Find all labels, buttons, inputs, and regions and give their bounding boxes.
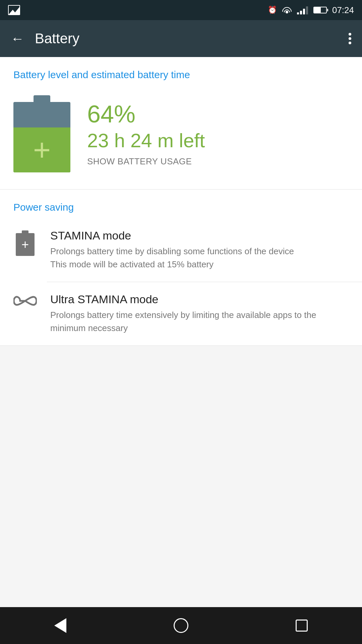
alarm-icon: ⏰ [268,6,277,14]
wifi-icon [282,7,292,13]
status-time: 07:24 [332,5,354,15]
status-bar-right: ⏰ 07:24 [268,5,354,15]
battery-body: + [13,102,70,172]
infinity-svg [13,294,37,308]
battery-percentage: 64% [87,101,205,127]
ultra-stamina-mode-item[interactable]: Ultra STAMINA mode Prolongs battery time… [0,282,362,345]
app-bar: ← Battery [0,20,362,57]
ultra-stamina-mode-icon [13,293,37,308]
ultra-stamina-mode-description: Prolongs battery time extensively by lim… [50,309,349,335]
stamina-mode-icon: + [13,229,37,256]
nav-back-icon [54,618,66,633]
battery-level-section-header: Battery level and estimated battery time [0,57,362,89]
back-button[interactable]: ← [11,32,24,45]
battery-stats: 64% 23 h 24 m left SHOW BATTERY USAGE [87,101,205,167]
signal-icon [297,6,308,14]
page-title: Battery [35,31,349,47]
power-saving-header: Power saving [0,190,362,218]
more-options-button[interactable] [349,29,351,49]
content-spacer [0,346,362,607]
stamina-mode-title: STAMINA mode [50,229,349,242]
bottom-navigation [0,607,362,644]
status-bar: ⏰ 07:24 [0,0,362,20]
power-saving-section: Power saving + STAMINA mode Prolongs bat… [0,190,362,346]
nav-home-icon [174,618,188,633]
battery-fill: + [13,127,70,172]
nav-recents-icon [296,620,308,632]
battery-plus-icon: + [33,135,51,165]
ultra-stamina-mode-title: Ultra STAMINA mode [50,293,349,306]
stamina-mode-text: STAMINA mode Prolongs battery time by di… [50,229,349,271]
status-bar-left [8,5,20,15]
battery-time-left: 23 h 24 m left [87,129,205,152]
ultra-stamina-mode-text: Ultra STAMINA mode Prolongs battery time… [50,293,349,335]
nav-recents-button[interactable] [288,615,315,636]
battery-top-nub [34,95,50,102]
nav-home-button[interactable] [168,615,194,636]
stamina-mode-description: Prolongs battery time by disabling some … [50,245,349,271]
gallery-icon [8,5,20,15]
battery-info-section: + 64% 23 h 24 m left SHOW BATTERY USAGE [0,89,362,189]
show-battery-usage-button[interactable]: SHOW BATTERY USAGE [87,156,205,167]
battery-status-icon [313,7,327,13]
nav-back-button[interactable] [47,615,74,636]
main-content: Battery level and estimated battery time… [0,57,362,607]
large-battery-icon: + [13,95,70,172]
stamina-mode-item[interactable]: + STAMINA mode Prolongs battery time by … [0,218,362,282]
